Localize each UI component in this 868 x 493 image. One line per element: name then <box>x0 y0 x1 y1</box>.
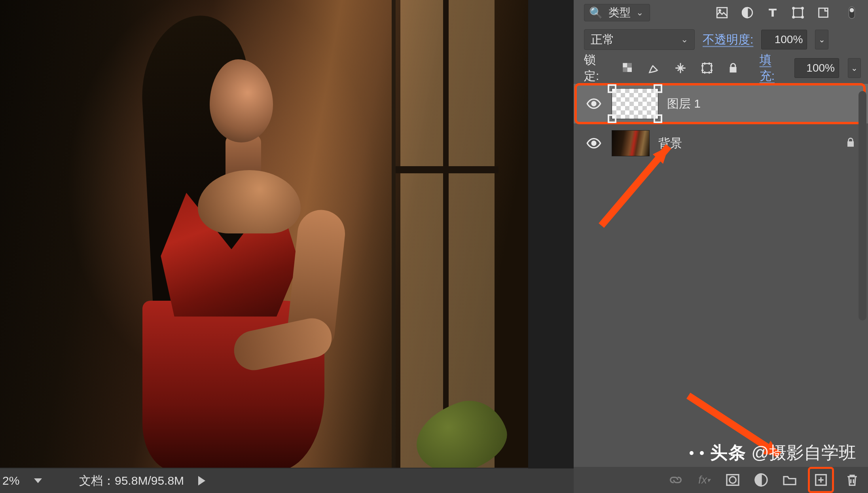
new-group-icon[interactable] <box>779 470 800 490</box>
photoshop-window: 2% 文档：95.8M/95.8M 🔍 类型 ⌄ <box>0 0 868 493</box>
lock-fill-bar: 锁定: 填充: 100% ⌄ <box>574 54 868 82</box>
blend-mode-select[interactable]: 正常 ⌄ <box>584 29 695 50</box>
photo-window-crossbar <box>396 166 498 173</box>
fill-dropdown-icon[interactable]: ⌄ <box>848 58 861 78</box>
watermark-logo-icon <box>690 451 705 455</box>
watermark: 头条 @摄影自学班 <box>690 441 856 465</box>
filter-shape-icon[interactable] <box>789 4 807 22</box>
svg-rect-15 <box>702 64 711 73</box>
blend-opacity-bar: 正常 ⌄ 不透明度: 100% ⌄ <box>574 25 868 54</box>
svg-rect-13 <box>623 68 627 72</box>
svg-point-6 <box>802 16 803 18</box>
document-image[interactable] <box>0 0 528 468</box>
layer-filter-bar: 🔍 类型 ⌄ <box>574 0 868 25</box>
svg-rect-12 <box>627 63 631 67</box>
new-layer-icon[interactable] <box>811 470 831 490</box>
layer-thumbnail[interactable] <box>612 88 658 119</box>
canvas-pasteboard <box>528 0 574 493</box>
canvas-area[interactable]: 2% 文档：95.8M/95.8M <box>0 0 574 493</box>
fill-value[interactable]: 100% <box>794 58 839 78</box>
opacity-value[interactable]: 100% <box>761 30 807 49</box>
filter-type-label: 类型 <box>608 5 631 20</box>
filter-smartobject-icon[interactable] <box>814 4 832 22</box>
doc-info-menu-icon[interactable] <box>198 476 205 485</box>
svg-point-17 <box>592 141 596 145</box>
layer-lock-icon[interactable] <box>844 136 857 150</box>
svg-point-4 <box>793 8 794 9</box>
svg-rect-14 <box>627 68 631 72</box>
image-thumb <box>612 130 650 156</box>
layers-panel-footer: fx▾ <box>574 467 868 493</box>
watermark-brand: 头条 <box>710 441 747 465</box>
lock-artboard-icon[interactable] <box>698 59 716 77</box>
lock-position-icon[interactable] <box>672 59 690 77</box>
svg-point-16 <box>592 102 596 106</box>
fill-label[interactable]: 填充: <box>760 52 786 84</box>
lock-transparency-icon[interactable] <box>619 59 637 77</box>
new-adjustment-layer-icon[interactable] <box>751 470 771 490</box>
svg-point-23 <box>730 477 736 484</box>
layer-name[interactable]: 图层 1 <box>667 96 701 112</box>
watermark-handle: @摄影自学班 <box>751 441 856 465</box>
svg-rect-11 <box>623 63 627 67</box>
lock-all-icon[interactable] <box>724 59 742 77</box>
transparent-thumb <box>612 88 658 119</box>
lock-image-icon[interactable] <box>645 59 663 77</box>
blend-mode-value: 正常 <box>591 32 614 48</box>
filter-toggle-switch[interactable] <box>843 4 861 22</box>
layer-style-fx-icon[interactable]: fx▾ <box>694 470 714 490</box>
lock-label: 锁定: <box>584 52 610 84</box>
opacity-dropdown-icon[interactable]: ⌄ <box>815 30 828 49</box>
filter-adjustment-icon[interactable] <box>738 4 756 22</box>
photo-window-mullion <box>443 0 449 468</box>
visibility-toggle[interactable] <box>585 96 603 112</box>
layer-thumbnail[interactable] <box>612 130 650 156</box>
zoom-level[interactable]: 2% <box>0 474 32 487</box>
visibility-toggle[interactable] <box>585 135 603 151</box>
svg-rect-3 <box>794 8 803 17</box>
add-mask-icon[interactable] <box>722 470 743 490</box>
chevron-down-icon: ⌄ <box>636 8 643 18</box>
link-layers-icon[interactable] <box>665 470 686 490</box>
opacity-label[interactable]: 不透明度: <box>703 32 753 48</box>
layers-panel: 🔍 类型 ⌄ <box>574 0 868 493</box>
filter-pixel-icon[interactable] <box>713 4 731 22</box>
layer-row[interactable]: 图层 1 <box>574 84 868 123</box>
annotation-highlight-newlayer <box>808 467 834 493</box>
zoom-dropdown-icon[interactable] <box>34 478 42 483</box>
filter-type-text-icon[interactable] <box>764 4 782 22</box>
svg-point-10 <box>850 8 854 12</box>
layers-list: 图层 1 背景 <box>574 84 868 163</box>
svg-point-1 <box>719 9 720 11</box>
svg-point-7 <box>793 16 794 18</box>
document-size-info[interactable]: 文档：95.8M/95.8M <box>79 473 184 489</box>
search-icon: 🔍 <box>589 6 603 19</box>
layer-row[interactable]: 背景 <box>574 123 868 163</box>
delete-layer-icon[interactable] <box>842 470 862 490</box>
svg-rect-8 <box>819 8 828 17</box>
svg-point-5 <box>802 8 803 9</box>
layer-name[interactable]: 背景 <box>658 135 682 152</box>
chevron-down-icon: ⌄ <box>681 34 688 45</box>
status-bar: 2% 文档：95.8M/95.8M <box>0 468 574 493</box>
filter-type-select[interactable]: 🔍 类型 ⌄ <box>584 4 650 21</box>
panel-scrollbar[interactable] <box>859 91 866 320</box>
